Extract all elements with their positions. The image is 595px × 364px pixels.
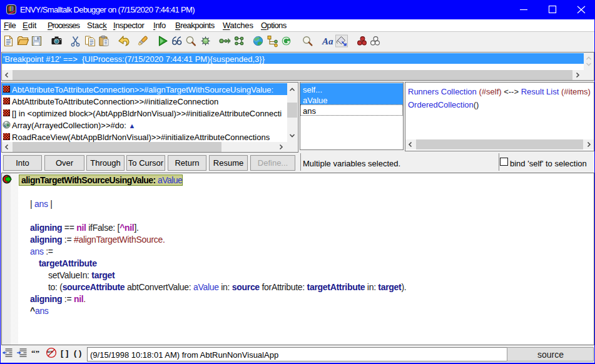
svg-text:[ ]: [ ] <box>61 348 68 358</box>
svg-text:( ): ( ) <box>74 348 81 358</box>
svg-text:“”: “” <box>31 348 39 358</box>
svg-text:Aa: Aa <box>322 36 333 46</box>
